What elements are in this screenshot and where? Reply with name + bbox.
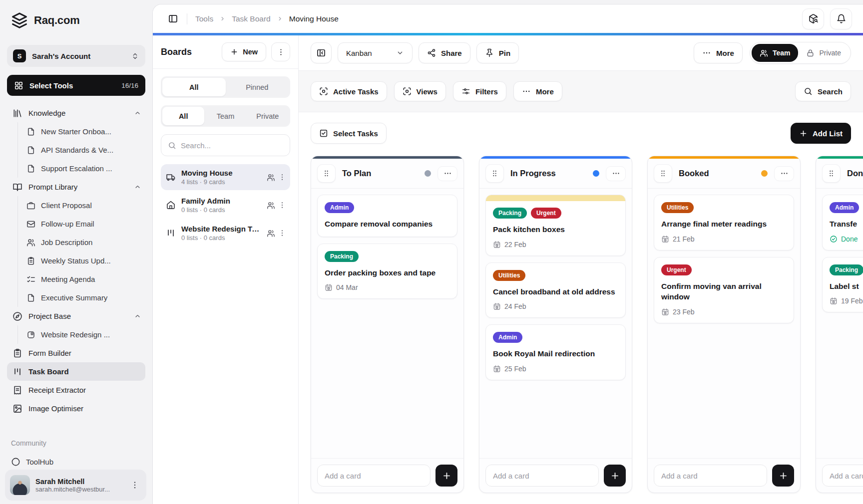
kebab-icon[interactable] (278, 173, 286, 181)
filters-label: Filters (475, 87, 498, 96)
add-card-input[interactable] (654, 465, 767, 487)
sidebar-item-task-board[interactable]: Task Board (7, 362, 145, 381)
tab-team[interactable]: Team (204, 107, 246, 125)
sidebar-section-prompt-library[interactable]: Prompt Library (7, 178, 145, 196)
select-tasks-button[interactable]: Select Tasks (311, 123, 387, 144)
add-card-button[interactable] (604, 465, 626, 487)
sidebar-item-image-optimiser[interactable]: Image Optimiser (7, 399, 145, 418)
item-label: Weekly Status Upd... (41, 256, 111, 265)
view-mode-dropdown[interactable]: Kanban (338, 42, 413, 63)
sidebar-item-client-proposal[interactable]: Client Proposal (18, 196, 145, 215)
column-title[interactable]: In Progress (510, 169, 586, 178)
column-menu-button[interactable] (774, 166, 794, 181)
user-profile-card[interactable]: Sarah Mitchell sarah.mitchell@westbur... (5, 470, 146, 501)
item-label: Executive Summary (41, 293, 107, 302)
pin-button[interactable]: Pin (476, 42, 519, 63)
column-menu-button[interactable] (606, 166, 626, 181)
task-card[interactable]: Admin Compare removal companies (317, 195, 457, 237)
sidebar-item-form-builder[interactable]: Form Builder (7, 344, 145, 362)
task-card[interactable]: Packing Label st 19 Feb (822, 257, 863, 313)
task-card[interactable]: Urgent Confirm moving van arrival window… (654, 257, 794, 323)
active-tasks-button[interactable]: Active Tasks (311, 81, 387, 101)
column-title[interactable]: Booked (679, 169, 755, 178)
account-switcher[interactable]: S Sarah's Account (7, 45, 145, 67)
select-tools-button[interactable]: Select Tools 16/16 (7, 75, 145, 96)
task-card[interactable]: Admin Book Royal Mail redirection 25 Feb (485, 324, 626, 380)
task-card[interactable]: Admin Transfe Done (822, 195, 863, 251)
sidebar-item-follow-up-email[interactable]: Follow-up Email (18, 215, 145, 233)
drag-handle-icon[interactable] (654, 164, 672, 183)
sidebar-item-job-description[interactable]: Job Description (18, 233, 145, 252)
board-item-website-redesign[interactable]: Website Redesign Ta... 0 lists · 0 cards (161, 220, 290, 246)
task-card[interactable]: Utilities Cancel broadband at old addres… (485, 262, 626, 318)
user-menu-button[interactable] (128, 479, 141, 492)
sidebar-section-knowledge[interactable]: Knowledge (7, 104, 145, 122)
tool-search-button[interactable] (802, 8, 824, 29)
add-card-input[interactable] (485, 465, 599, 487)
tab-pinned[interactable]: Pinned (226, 78, 289, 96)
visibility-private[interactable]: Private (798, 44, 849, 62)
collapse-panel-button[interactable] (311, 42, 332, 63)
column-menu-button[interactable] (437, 166, 457, 181)
more-button[interactable]: More (694, 42, 743, 63)
tab-all[interactable]: All (162, 107, 204, 125)
chevron-up-icon[interactable] (134, 183, 141, 191)
chevron-down-icon (396, 49, 404, 57)
sidebar-item-api-standards[interactable]: API Standards & Ve... (18, 141, 145, 159)
board-item-moving-house[interactable]: Moving House 4 lists · 9 cards (161, 164, 290, 190)
check-square-icon (319, 129, 328, 138)
sidebar-item-receipt-extractor[interactable]: Receipt Extractor (7, 381, 145, 399)
circle-icon (11, 457, 20, 467)
chevron-up-icon[interactable] (134, 312, 141, 320)
sidebar-item-meeting-agenda[interactable]: Meeting Agenda (18, 270, 145, 288)
card-done-status: Done (830, 235, 863, 243)
chevron-up-icon[interactable] (134, 109, 141, 117)
add-card-button[interactable] (435, 465, 457, 487)
tab-private[interactable]: Private (247, 107, 289, 125)
breadcrumb-tools[interactable]: Tools (195, 14, 213, 23)
filters-button[interactable]: Filters (453, 81, 506, 101)
share-button[interactable]: Share (419, 42, 470, 63)
user-name: Sarah Mitchell (35, 478, 123, 486)
add-card-button[interactable] (772, 465, 794, 487)
kebab-icon[interactable] (278, 229, 286, 237)
breadcrumb-task-board[interactable]: Task Board (232, 14, 271, 23)
drag-handle-icon[interactable] (317, 164, 336, 183)
members-icon[interactable] (267, 201, 275, 210)
add-card-input[interactable] (822, 465, 863, 487)
new-board-button[interactable]: New (222, 42, 266, 61)
item-label: Task Board (28, 367, 69, 376)
kebab-icon[interactable] (278, 201, 286, 209)
sidebar-item-new-starter-onboarding[interactable]: New Starter Onboa... (18, 122, 145, 141)
search-button[interactable]: Search (795, 81, 851, 101)
sidebar-item-weekly-status-update[interactable]: Weekly Status Upd... (18, 252, 145, 270)
drag-handle-icon[interactable] (485, 164, 504, 183)
sidebar-item-support-escalation[interactable]: Support Escalation ... (18, 159, 145, 178)
boards-menu-button[interactable] (271, 42, 290, 61)
sidebar-item-executive-summary[interactable]: Executive Summary (18, 288, 145, 307)
add-list-button[interactable]: Add List (791, 123, 851, 144)
file-icon (26, 164, 35, 173)
item-label: Website Redesign ... (41, 330, 110, 339)
sidebar-item-website-redesign[interactable]: Website Redesign ... (18, 325, 145, 344)
column-title[interactable]: To Plan (342, 169, 418, 178)
task-card[interactable]: Utilities Arrange final meter readings 2… (654, 195, 794, 251)
sidebar-item-community-partial[interactable]: ToolHub (11, 457, 145, 467)
tab-all[interactable]: All (162, 78, 226, 96)
sidebar-section-project-base[interactable]: Project Base (7, 307, 145, 325)
sidebar-toggle-button[interactable] (164, 10, 182, 28)
notifications-button[interactable] (830, 8, 852, 29)
drag-handle-icon[interactable] (822, 164, 841, 183)
members-icon[interactable] (267, 173, 275, 182)
column-title[interactable]: Done (847, 169, 863, 178)
task-card[interactable]: Packing Order packing boxes and tape 04 … (317, 244, 457, 299)
community-section: Community ToolHub (11, 439, 145, 467)
task-card[interactable]: Packing Urgent Pack kitchen boxes 22 Feb (485, 195, 626, 256)
members-icon[interactable] (267, 229, 275, 238)
board-item-family-admin[interactable]: Family Admin 0 lists · 0 cards (161, 192, 290, 218)
views-button[interactable]: Views (394, 81, 446, 101)
boards-search-input[interactable] (181, 141, 283, 150)
visibility-team[interactable]: Team (752, 44, 799, 62)
more-filters-button[interactable]: More (513, 81, 562, 101)
add-card-input[interactable] (317, 465, 431, 487)
